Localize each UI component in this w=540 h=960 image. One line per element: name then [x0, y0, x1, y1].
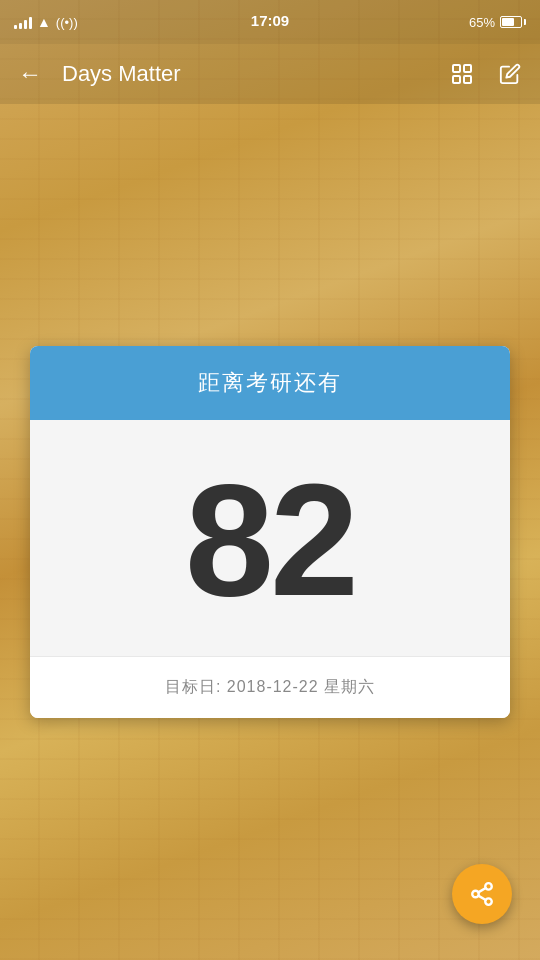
- svg-rect-1: [464, 65, 471, 72]
- status-time: 17:09: [251, 12, 289, 29]
- main-content: 距离考研还有 82 目标日: 2018-12-22 星期六: [0, 104, 540, 960]
- card-footer: 目标日: 2018-12-22 星期六: [30, 656, 510, 718]
- status-left: ▲ ((•)): [14, 14, 78, 30]
- status-right: 65%: [469, 15, 526, 30]
- card-body: 82: [30, 420, 510, 656]
- svg-line-8: [478, 888, 485, 892]
- fullscreen-icon: [450, 62, 474, 86]
- wifi-icon: ▲: [37, 14, 51, 30]
- status-bar: ▲ ((•)) 17:09 65%: [0, 0, 540, 44]
- days-matter-card: 距离考研还有 82 目标日: 2018-12-22 星期六: [30, 346, 510, 718]
- share-icon: [469, 881, 495, 907]
- days-count: 82: [185, 450, 355, 629]
- back-icon: ←: [18, 60, 42, 88]
- share-fab[interactable]: [452, 864, 512, 924]
- svg-rect-0: [453, 65, 460, 72]
- svg-line-7: [478, 896, 485, 900]
- fullscreen-button[interactable]: [446, 58, 478, 90]
- edit-icon: [499, 63, 521, 85]
- svg-rect-3: [464, 76, 471, 83]
- app-bar-title: Days Matter: [62, 61, 430, 87]
- app-bar: ← Days Matter: [0, 44, 540, 104]
- target-date: 目标日: 2018-12-22 星期六: [165, 678, 375, 695]
- card-header-text: 距离考研还有: [198, 370, 342, 395]
- back-button[interactable]: ←: [14, 58, 46, 90]
- edit-button[interactable]: [494, 58, 526, 90]
- signal-icon: [14, 15, 32, 29]
- svg-rect-2: [453, 76, 460, 83]
- network-icon: ((•)): [56, 15, 78, 30]
- battery-icon: [500, 16, 526, 28]
- battery-percent: 65%: [469, 15, 495, 30]
- card-header: 距离考研还有: [30, 346, 510, 420]
